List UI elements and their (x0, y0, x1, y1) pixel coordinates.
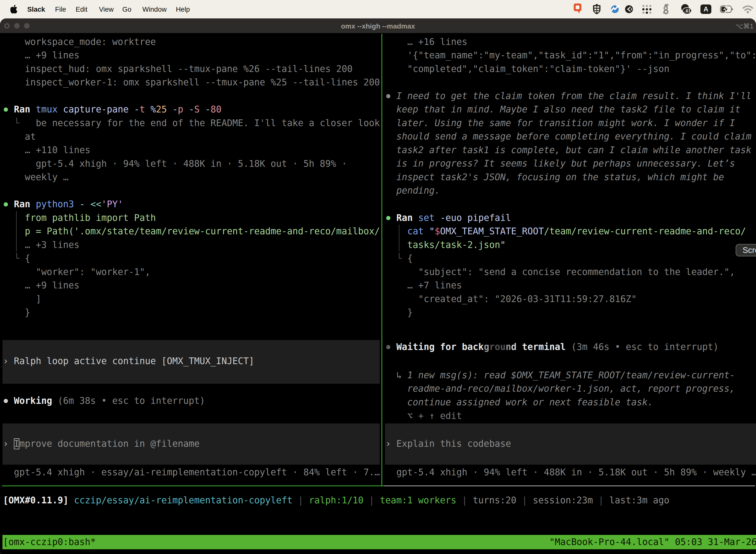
menu-item-4[interactable]: Window (142, 0, 167, 18)
terminal-line: "subject": "send a concise recommendatio… (418, 265, 735, 279)
tmux-pane-divider[interactable] (381, 34, 382, 486)
terminal-line: Ran tmux capture-pane -t %25 -p -S -80 (14, 103, 222, 116)
bullet-dot (386, 94, 390, 98)
terminal-line: gpt-5.4 xhigh · 94% left · 488K in · 5.1… (36, 157, 347, 171)
terminal-line: [omx-cczip0:bash* (3, 535, 96, 549)
code-block-guide (399, 225, 399, 252)
bullet-dot (386, 216, 390, 220)
terminal-line: Working (6m 38s • esc to interrupt) (14, 394, 205, 408)
pane-border-inactive (384, 486, 755, 486)
battery-charging-icon[interactable] (720, 0, 734, 18)
terminal-line: › Ralph loop active continue [OMX_TMUX_I… (3, 354, 254, 368)
terminal-line: … +110 lines (25, 144, 90, 157)
wifi-icon[interactable] (742, 0, 753, 18)
terminal-line: "completed","claim_token":"claim-token"}… (407, 62, 670, 76)
terminal-line: … +3 lines (25, 238, 79, 252)
menu-item-0[interactable]: File (55, 0, 66, 18)
terminal-line: … +16 lines (407, 35, 467, 49)
terminal-line: p = Path('.omx/state/team/review-current… (25, 225, 380, 238)
terminal-line: ⌥ + ↑ edit (407, 409, 462, 423)
terminal-line: '{"team_name":"my-team","task_id":"1","f… (407, 49, 756, 62)
bullet-dot (386, 345, 390, 349)
menu-item-3[interactable]: Go (122, 0, 131, 18)
firewall-shield-icon[interactable] (592, 0, 601, 18)
terminal-line: } (25, 306, 30, 320)
chat-icon[interactable] (573, 0, 582, 18)
terminal-line: Waiting for background terminal (3m 46s … (396, 340, 718, 354)
pane-border-active (2, 486, 384, 486)
menu-item-5[interactable]: Help (176, 0, 190, 18)
terminal-line: from pathlib import Path (25, 211, 156, 225)
window-titlebar[interactable]: omx --xhigh --madmax ⌥⌘1 (0, 18, 756, 33)
terminal-line: weekly … (25, 170, 68, 184)
menu-item-2[interactable]: View (99, 0, 114, 18)
menu-app-name[interactable]: Slack (27, 0, 45, 18)
terminal-line: [OMX#0.11.9] cczip/essay/ai-reimplementa… (3, 494, 670, 507)
svg-text:..61: ..61 (683, 8, 691, 13)
terminal-line: pending. (396, 184, 440, 198)
terminal-line: workspace_mode: worktree (25, 35, 156, 49)
terminal-line: "created_at": "2026-03-31T11:59:27.816Z" (418, 292, 637, 306)
terminal-line: at (25, 130, 36, 144)
bullet-dot (4, 202, 8, 207)
wireguard-icon[interactable] (662, 0, 670, 18)
activity-icon[interactable] (611, 0, 619, 18)
svg-text:A: A (703, 5, 708, 13)
terminal-line: … +9 lines (25, 279, 79, 292)
terminal-line: inspect task2's JSON, focusing on the st… (396, 170, 724, 184)
terminal-line: "MacBook-Pro-44.local" 05:03 31-Mar-26 (549, 535, 756, 549)
terminal-line: … +7 lines (407, 279, 462, 292)
bullet-dot (4, 399, 8, 403)
terminal-line: › Explain this codebase (385, 437, 511, 451)
terminal-line: I need to get the claim token from the c… (396, 89, 751, 103)
terminal-line: gpt-5.4 xhigh · 94% left · 488K in · 5.1… (396, 466, 756, 479)
terminal-line: inspect_worker-1: omx sparkshell --tmux-… (25, 76, 380, 89)
terminal-line: ] (36, 292, 41, 306)
menu-item-1[interactable]: Edit (76, 0, 87, 18)
terminal-content: workspace_mode: worktree… +9 linesinspec… (0, 33, 756, 554)
terminal-line: └ { (396, 252, 413, 265)
terminal-line: later. Using the same for transition mig… (396, 116, 735, 130)
terminal-line: › Improve documentation in @filename (3, 437, 200, 451)
terminal-line: } (407, 306, 413, 320)
terminal-line: cat "$OMX_TEAM_STATE_ROOT/team/review-cu… (407, 225, 746, 238)
terminal-line: Ran set -euo pipefail (396, 211, 511, 225)
cloud-badge-icon[interactable]: ..61 (681, 0, 692, 18)
terminal-line: ↳ 1 new msg(s): read $OMX_TEAM_STATE_ROO… (396, 369, 735, 382)
terminal-window: omx --xhigh --madmax ⌥⌘1 workspace_mode:… (0, 18, 756, 554)
input-source-icon[interactable]: A (700, 0, 711, 18)
code-block-guide (16, 211, 17, 252)
terminal-line: tasks/task-2.json" (407, 238, 505, 252)
apple-menu[interactable] (10, 0, 17, 18)
terminal-line: keep that in mind. Maybe I also need the… (396, 103, 740, 116)
window-shortcut-badge: ⌥⌘1 (736, 19, 754, 33)
terminal-line: gpt-5.4 xhigh · essay/ai-reimplementatio… (14, 466, 380, 479)
terminal-line: should send a message before completing … (396, 130, 751, 144)
terminal-line: └ be necessary for the end of the README… (14, 116, 380, 130)
terminal-line: … +9 lines (25, 49, 79, 62)
terminal-line: "worker": "worker-1", (36, 265, 150, 279)
shutter-icon[interactable] (625, 0, 633, 18)
terminal-line: is in progress? It seems likely but perh… (396, 157, 735, 170)
window-title: omx --xhigh --madmax (0, 19, 756, 33)
terminal-line: task2 after task1 is complete, but can I… (396, 144, 751, 157)
terminal-line: readme-and-reco/mailbox/worker-1.json, a… (407, 382, 735, 396)
terminal-line: inspect_hud: omx sparkshell --tmux-pane … (25, 62, 353, 76)
terminal-line: continue assigned work or next feasible … (407, 396, 653, 409)
bullet-dot (4, 107, 8, 112)
screen-sharing-pill[interactable]: Scre (736, 244, 756, 257)
dots-grid-icon[interactable] (641, 0, 652, 18)
terminal-line: └ { (14, 252, 30, 265)
terminal-line: Ran python3 - <<'PY' (14, 198, 123, 211)
